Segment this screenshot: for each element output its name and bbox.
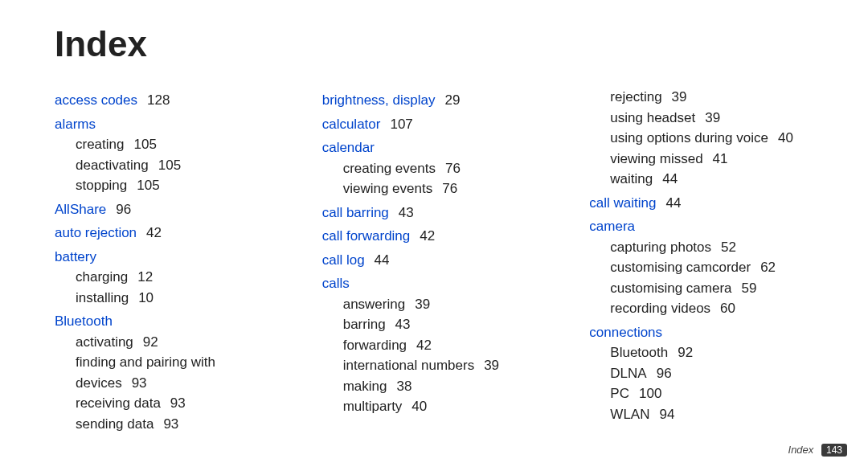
index-sub-entry[interactable]: international numbers39: [343, 355, 547, 376]
index-entry-label: recording videos: [610, 301, 710, 316]
index-main-entry[interactable]: call forwarding42: [322, 226, 547, 247]
index-entry-label: customising camera: [610, 281, 731, 296]
index-sub-entry[interactable]: stopping105: [76, 175, 279, 196]
index-main-entry[interactable]: access codes128: [55, 90, 279, 111]
index-main-entry[interactable]: call barring43: [322, 203, 547, 223]
index-sub-entry[interactable]: recording videos60: [610, 298, 813, 319]
index-entry-page: 96: [116, 202, 131, 217]
index-entry-label: receiving data: [76, 395, 161, 411]
index-entry-page: 93: [163, 416, 178, 432]
index-entry-page: 62: [760, 260, 776, 275]
index-entry-page: 44: [662, 171, 678, 186]
index-sub-entry[interactable]: customising camera59: [610, 278, 813, 299]
index-entry-page: 96: [657, 366, 672, 381]
index-main-entry[interactable]: call waiting44: [589, 193, 813, 214]
index-sub-entry[interactable]: charging12: [76, 267, 279, 288]
index-entry-label: activating: [76, 334, 133, 350]
index-sub-entry[interactable]: deactivating105: [76, 155, 279, 176]
column-1: access codes128alarmscreating105deactiva…: [55, 87, 279, 434]
index-entry-page: 76: [445, 161, 461, 176]
index-sub-entry[interactable]: creating events76: [343, 158, 547, 179]
index-sub-entry[interactable]: capturing photos52: [610, 237, 813, 258]
index-main-entry[interactable]: alarms: [55, 114, 279, 135]
index-sub-entry[interactable]: barring43: [343, 314, 547, 335]
index-main-entry[interactable]: camera: [589, 216, 813, 237]
index-entry-page: 93: [170, 395, 186, 411]
index-entry-page: 38: [396, 379, 411, 394]
index-entry-page: 107: [390, 117, 412, 132]
index-entry-page: 105: [137, 178, 159, 193]
index-entry-page: 94: [659, 407, 674, 422]
index-entry-page: 92: [143, 334, 158, 350]
index-sub-entry[interactable]: using headset39: [610, 108, 813, 129]
index-sub-entry[interactable]: viewing events76: [343, 178, 547, 199]
index-entry-label: connections: [589, 325, 662, 340]
index-main-entry[interactable]: connections: [589, 322, 813, 343]
index-entry-page: 42: [146, 225, 162, 240]
index-entry-page: 10: [138, 290, 154, 305]
index-entry-label: stopping: [76, 178, 127, 193]
index-entry-page: 76: [442, 181, 457, 196]
index-sub-entry[interactable]: WLAN94: [610, 404, 813, 425]
index-sub-entry[interactable]: viewing missed41: [610, 149, 813, 170]
index-entry-label: camera: [589, 219, 635, 234]
index-main-entry[interactable]: calls: [322, 273, 547, 294]
index-entry-label: international numbers: [343, 358, 474, 373]
index-entry-label: DLNA: [610, 366, 646, 381]
index-sub-entry[interactable]: customising camcorder62: [610, 257, 813, 278]
index-sub-entry[interactable]: using options during voice40: [610, 128, 813, 149]
index-entry-page: 93: [132, 375, 147, 391]
index-entry-label: Bluetooth: [55, 313, 113, 329]
index-entry-page: 43: [395, 317, 411, 332]
index-main-entry[interactable]: brightness, display29: [322, 90, 547, 111]
index-sub-entry[interactable]: rejecting39: [610, 87, 813, 108]
index-main-entry[interactable]: auto rejection42: [55, 223, 279, 244]
index-main-entry[interactable]: Bluetooth: [55, 311, 279, 332]
index-sub-entry[interactable]: waiting44: [610, 169, 813, 190]
index-entry-page: 59: [742, 281, 757, 296]
index-sub-entry[interactable]: finding and pairing with devices93: [76, 352, 279, 393]
index-sub-entry[interactable]: forwarding42: [343, 335, 547, 356]
index-entry-label: call barring: [322, 205, 389, 220]
index-entry-page: 40: [778, 130, 793, 145]
footer-label: Index: [788, 444, 814, 456]
index-sub-entry[interactable]: answering39: [343, 294, 547, 315]
index-entry-label: viewing missed: [610, 151, 702, 166]
index-entry-page: 44: [666, 195, 682, 211]
index-entry-label: using options during voice: [610, 130, 768, 145]
index-sub-entry[interactable]: PC100: [610, 383, 813, 404]
index-entry-page: 39: [705, 110, 720, 125]
index-main-entry[interactable]: AllShare96: [55, 199, 279, 220]
index-entry-label: calls: [322, 276, 350, 291]
index-main-entry[interactable]: battery: [55, 247, 279, 268]
index-entry-label: rejecting: [610, 89, 661, 104]
index-entry-label: customising camcorder: [610, 260, 751, 275]
index-entry-label: brightness, display: [322, 92, 436, 108]
index-sub-entry[interactable]: multiparty40: [343, 396, 547, 417]
index-main-entry[interactable]: call log44: [322, 250, 547, 271]
footer-page-number: 143: [821, 444, 847, 457]
index-entry-page: 40: [411, 399, 427, 414]
index-sub-entry[interactable]: DLNA96: [610, 363, 813, 384]
index-entry-page: 12: [137, 269, 153, 285]
index-entry-label: making: [343, 379, 387, 394]
index-main-entry[interactable]: calculator107: [322, 114, 547, 135]
index-entry-page: 39: [672, 89, 687, 104]
index-entry-page: 43: [399, 205, 414, 220]
index-entry-page: 42: [420, 228, 435, 244]
column-2: brightness, display29calculator107calend…: [322, 87, 547, 434]
index-entry-page: 105: [158, 158, 181, 173]
index-sub-entry[interactable]: sending data93: [76, 414, 279, 435]
index-entry-label: WLAN: [610, 407, 649, 422]
index-entry-label: call waiting: [589, 195, 656, 211]
index-sub-entry[interactable]: installing10: [76, 288, 279, 309]
index-sub-entry[interactable]: making38: [343, 376, 547, 397]
index-sub-entry[interactable]: receiving data93: [76, 393, 279, 414]
index-main-entry[interactable]: calendar: [322, 137, 547, 158]
index-sub-entry[interactable]: activating92: [76, 332, 279, 353]
index-sub-entry[interactable]: Bluetooth92: [610, 342, 813, 363]
column-3: rejecting39using headset39using options …: [589, 87, 813, 434]
index-columns: access codes128alarmscreating105deactiva…: [55, 87, 813, 434]
index-entry-label: charging: [76, 269, 128, 285]
index-sub-entry[interactable]: creating105: [76, 134, 279, 155]
